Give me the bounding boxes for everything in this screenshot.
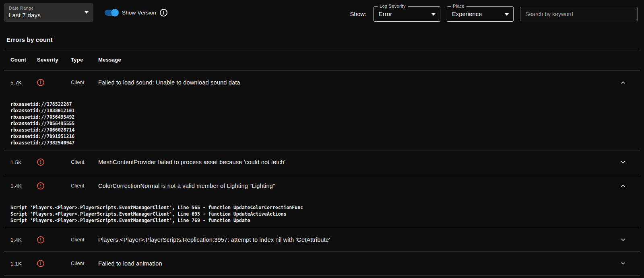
search-input[interactable] <box>520 7 637 21</box>
message-cell: ColorCorrectionNormal is not a valid mem… <box>98 183 612 189</box>
header-type: Type <box>71 57 98 63</box>
log-severity-value: Error <box>379 11 392 17</box>
error-severity-icon: ! <box>37 260 44 267</box>
place-select[interactable]: Place Experience <box>447 6 514 22</box>
header-severity: Severity <box>37 57 71 63</box>
table-row-main[interactable]: 1.1K ! Client Failed to load animation <box>4 252 640 275</box>
message-cell: Failed to load animation <box>98 260 612 267</box>
message-cell: Failed to load sound: Unable to download… <box>98 79 612 86</box>
count-cell: 5.7K <box>10 80 37 86</box>
log-severity-select[interactable]: Log Severity Error <box>374 6 440 22</box>
count-cell: 1.4K <box>10 183 37 189</box>
type-cell: Client <box>71 80 98 85</box>
type-cell: Client <box>71 183 98 189</box>
table-row-main[interactable]: 5.7K ! Client Failed to load sound: Unab… <box>4 71 640 94</box>
filter-controls: Show: Log Severity Error Place Experienc… <box>350 6 638 22</box>
chevron-down-icon <box>431 13 436 16</box>
table-header: Count Severity Type Message <box>4 49 640 71</box>
table-row: 1.4K ! Client Players.<Player>.PlayerScr… <box>4 228 640 252</box>
show-label: Show: <box>350 11 366 17</box>
table-row: 5.7K ! Client Failed to load sound: Unab… <box>4 71 640 150</box>
type-cell: Client <box>71 237 98 243</box>
error-details: Script 'Players.<Player>.PlayerScripts.E… <box>4 198 640 228</box>
table-row-main[interactable]: 1.4K ! Client ColorCorrectionNormal is n… <box>4 174 640 198</box>
log-severity-label: Log Severity <box>378 4 408 8</box>
place-value: Experience <box>452 11 482 17</box>
collapse-row-button[interactable] <box>618 181 628 191</box>
header-count: Count <box>10 57 37 63</box>
info-icon[interactable]: i <box>160 9 167 16</box>
place-label: Place <box>451 4 466 8</box>
page-title: Errors by count <box>6 36 644 43</box>
table-row: 1.4K ! Client ColorCorrectionNormal is n… <box>4 174 640 228</box>
top-toolbar: Date Range Last 7 days Show Version i Sh… <box>0 0 644 26</box>
count-cell: 1.4K <box>10 237 37 243</box>
date-range-label: Date Range <box>9 6 80 10</box>
table-row-main[interactable]: 1.5K ! Client MeshContentProvider failed… <box>4 150 640 174</box>
message-cell: MeshContentProvider failed to process as… <box>98 159 612 165</box>
message-cell: Players.<Player>.PlayerScripts.Replicati… <box>98 237 612 243</box>
chevron-down-icon <box>85 11 89 14</box>
count-cell: 1.1K <box>10 261 37 267</box>
error-severity-icon: ! <box>37 159 44 166</box>
table-row: 1.1K ! Client Failed to load animation <box>4 252 640 276</box>
table-row-main[interactable]: 1.4K ! Client Players.<Player>.PlayerScr… <box>4 228 640 251</box>
error-severity-icon: ! <box>37 79 44 86</box>
error-severity-icon: ! <box>37 236 44 243</box>
show-version-group: Show Version i <box>105 9 167 16</box>
expand-row-button[interactable] <box>618 157 628 167</box>
errors-table: Count Severity Type Message 5.7K ! Clien… <box>4 49 640 276</box>
date-range-value: Last 7 days <box>9 12 80 19</box>
toggle-knob <box>111 9 119 16</box>
error-details: rbxassetid://178522287 rbxassetid://1838… <box>4 94 640 150</box>
type-cell: Client <box>71 159 98 165</box>
date-range-select[interactable]: Date Range Last 7 days <box>4 3 93 22</box>
collapse-row-button[interactable] <box>618 78 628 87</box>
error-severity-icon: ! <box>37 182 44 189</box>
expand-row-button[interactable] <box>618 259 628 268</box>
show-version-label: Show Version <box>122 10 156 16</box>
search-box <box>520 7 638 21</box>
show-version-toggle[interactable] <box>105 10 118 16</box>
count-cell: 1.5K <box>10 159 37 165</box>
expand-row-button[interactable] <box>618 235 628 245</box>
header-message: Message <box>98 57 612 63</box>
chevron-down-icon <box>505 13 509 16</box>
table-row: 1.5K ! Client MeshContentProvider failed… <box>4 150 640 174</box>
type-cell: Client <box>71 261 98 266</box>
